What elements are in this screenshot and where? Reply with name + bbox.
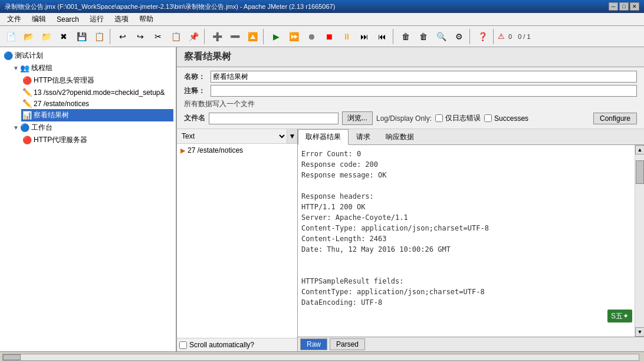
tree-item-thread-group[interactable]: ▼ 👥 线程组 [12,62,173,74]
tree-children-root: ▼ 👥 线程组 🔴 HTTP信息头管理器 ✏️ 13 /sso/v2?openi… [2,62,173,146]
bottom-tab-parsed[interactable]: Parsed [330,338,365,350]
name-input[interactable] [211,71,637,83]
file-label: 文件名 [184,113,205,123]
toolbar-start-no-pause[interactable]: ⏩ [285,28,302,45]
toolbar-find[interactable]: 🔍 [433,28,449,45]
error-icon: ⚠ [498,32,505,41]
toolbar-open[interactable]: 📁 [38,28,54,45]
menu-help[interactable]: 帮助 [134,13,158,25]
errors-only-group: 仅日志错误 [435,113,481,123]
left-panel: 🔵 测试计划 ▼ 👥 线程组 🔴 HTTP信息头管理器 ✏️ [0,47,177,351]
name-label: 名称： [184,72,211,82]
scroll-down-button[interactable]: ▼ [635,327,644,337]
comment-input[interactable] [211,85,637,97]
tree-item-http-proxy[interactable]: 🔴 HTTP代理服务器 [21,134,173,146]
tab-sampler-results[interactable]: 取样器结果 [298,129,349,145]
menu-options[interactable]: 选项 [110,13,133,25]
list-item[interactable]: ▶ 27 /estate/notices [178,145,296,156]
toolbar-remote-start[interactable]: ⏭ [356,28,373,45]
successes-label: Successes [494,114,528,123]
tree-item-estate[interactable]: ✏️ 27 /estate/notices [21,98,173,109]
thread-group-icon: 👥 [20,64,29,73]
toolbar-cut[interactable]: ✂ [150,28,166,45]
scroll-up-button[interactable]: ▲ [635,145,644,154]
tree-item-view-results[interactable]: 📊 察看结果树 [21,109,173,121]
toolbar-help[interactable]: ❓ [474,28,491,45]
toolbar-clear[interactable]: 🗑 [397,28,414,45]
toolbar-add[interactable]: ➕ [209,28,225,45]
toolbar-save[interactable]: 💾 [73,28,90,45]
status-scrollbar[interactable] [2,354,639,361]
file-note: 所有数据写入一个文件 [184,99,637,109]
main-container: 🔵 测试计划 ▼ 👥 线程组 🔴 HTTP信息头管理器 ✏️ [0,47,644,351]
results-tabs: 取样器结果 请求 响应数据 [298,129,644,145]
close-button[interactable]: ✕ [630,2,639,11]
toolbar-new[interactable]: 📄 [2,28,19,45]
tab-request[interactable]: 请求 [349,129,378,144]
bottom-tab-raw[interactable]: Raw [300,338,327,350]
log-display-label: Log/Display Only: [376,114,432,123]
menu-bar: 文件 编辑 Search 运行 选项 帮助 [0,13,644,26]
menu-run[interactable]: 运行 [85,13,109,25]
test-plan-icon: 🔵 [4,51,13,60]
toolbar-validate[interactable]: ⏺ [303,28,320,45]
tree-item-sso[interactable]: ✏️ 13 /sso/v2?openid.mode=checkid_setup& [21,87,173,98]
toolbar-sep4 [393,29,395,44]
comment-label: 注释： [184,86,211,96]
toolbar-shutdown[interactable]: ⏸ [339,28,355,45]
tree-label-estate: 27 /estate/notices [34,100,89,108]
successes-checkbox[interactable] [484,114,492,122]
panel-title: 察看结果树 [177,47,644,67]
successes-group: Successes [484,114,528,123]
toolbar-paste[interactable]: 📌 [185,28,202,45]
toolbar-function[interactable]: ⚙ [451,28,467,45]
results-detail-panel: 取样器结果 请求 响应数据 Error Count: 0 Response co… [298,129,644,351]
toolbar: 📄 📂 📁 ✖ 💾 📋 ↩ ↪ ✂ 📋 📌 ➕ ➖ 🔼 ▶ ⏩ ⏺ ⏹ ⏸ ⏭ … [0,26,644,47]
toolbar-remove[interactable]: ➖ [226,28,243,45]
content-with-scroll: Error Count: 0 Response code: 200 Respon… [298,145,644,337]
workbench-icon: 🔵 [20,123,29,132]
scroll-track [635,154,644,327]
expand-icon: ▼ [13,65,19,71]
toolbar-remote-stop[interactable]: ⏮ [374,28,390,45]
tree-item-http-header[interactable]: 🔴 HTTP信息头管理器 [21,74,173,87]
toolbar-undo[interactable]: ↩ [114,28,131,45]
scroll-auto-checkbox[interactable] [179,341,187,349]
maximize-button[interactable]: □ [619,2,629,11]
toolbar-close[interactable]: ✖ [55,28,72,45]
title-buttons: ─ □ ✕ [609,2,639,11]
toolbar-start[interactable]: ▶ [268,28,284,45]
minimize-button[interactable]: ─ [609,2,618,11]
toolbar-templates[interactable]: 📂 [20,28,37,45]
toolbar-copy[interactable]: 📋 [167,28,184,45]
toolbar-save-as[interactable]: 📋 [91,28,107,45]
tree-item-test-plan[interactable]: 🔵 测试计划 [2,50,173,62]
tree-label-http-proxy: HTTP代理服务器 [34,135,87,145]
configure-button[interactable]: Configure [593,113,637,124]
browse-button[interactable]: 浏览... [342,111,373,125]
tree-item-workbench[interactable]: ▼ 🔵 工作台 [12,121,173,134]
scroll-thumb[interactable] [636,160,644,184]
menu-file[interactable]: 文件 [2,13,26,25]
results-dropdown[interactable]: Text [177,129,287,143]
file-input[interactable] [209,113,339,124]
tree-container: 🔵 测试计划 ▼ 👥 线程组 🔴 HTTP信息头管理器 ✏️ [0,47,176,351]
tree-label-view-results: 察看结果树 [34,110,69,120]
dropdown-arrow-icon[interactable]: ▼ [287,129,297,143]
results-scrollbar[interactable]: ▲ ▼ [635,145,644,337]
toolbar-expand[interactable]: 🔼 [244,28,261,45]
errors-only-checkbox[interactable] [435,114,443,122]
tab-response-data[interactable]: 响应数据 [378,129,422,144]
title-bar: 录制物业公告.jmx (F:\001_WorkSpace\apache-jmet… [0,0,644,13]
toolbar-sep2 [204,29,206,44]
result-label: 27 /estate/notices [188,146,243,154]
menu-edit[interactable]: 编辑 [27,13,51,25]
tree-children-workbench: 🔴 HTTP代理服务器 [12,134,173,146]
http-header-icon: 🔴 [22,76,32,85]
menu-search[interactable]: Search [52,14,84,25]
toolbar-clear-all[interactable]: 🗑 [415,28,432,45]
expand-icon-2: ▼ [13,124,19,131]
toolbar-stop[interactable]: ⏹ [321,28,337,45]
tree-label-workbench: 工作台 [31,123,52,133]
toolbar-redo[interactable]: ↪ [132,28,149,45]
